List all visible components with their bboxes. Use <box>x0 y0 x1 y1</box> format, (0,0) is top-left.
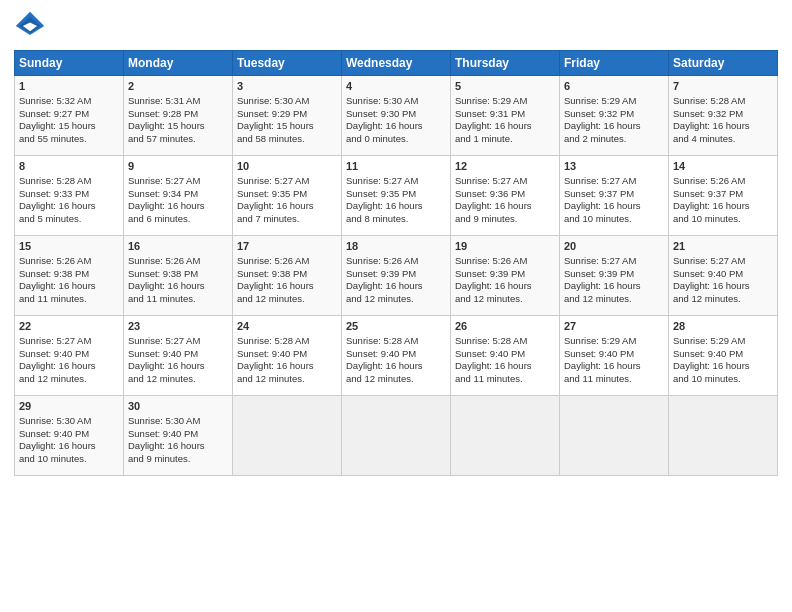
day-info-line: Sunset: 9:40 PM <box>564 348 664 361</box>
calendar-day-header: Monday <box>124 51 233 76</box>
day-info-line: Sunset: 9:40 PM <box>19 428 119 441</box>
day-info-line: Sunset: 9:35 PM <box>237 188 337 201</box>
day-info-line: Daylight: 16 hours <box>564 120 664 133</box>
day-info-line: and 10 minutes. <box>564 213 664 226</box>
day-info-line: Sunrise: 5:30 AM <box>346 95 446 108</box>
calendar-cell <box>451 396 560 476</box>
day-info-line: Sunrise: 5:27 AM <box>128 175 228 188</box>
calendar-cell <box>233 396 342 476</box>
day-info-line: Daylight: 16 hours <box>564 280 664 293</box>
day-info-line: and 12 minutes. <box>673 293 773 306</box>
day-info-line: Daylight: 16 hours <box>128 200 228 213</box>
calendar-cell: 25Sunrise: 5:28 AMSunset: 9:40 PMDayligh… <box>342 316 451 396</box>
calendar-cell: 16Sunrise: 5:26 AMSunset: 9:38 PMDayligh… <box>124 236 233 316</box>
day-info-line: Sunset: 9:39 PM <box>455 268 555 281</box>
calendar-cell: 23Sunrise: 5:27 AMSunset: 9:40 PMDayligh… <box>124 316 233 396</box>
day-number: 17 <box>237 239 337 254</box>
day-info-line: Sunset: 9:35 PM <box>346 188 446 201</box>
day-info-line: Daylight: 16 hours <box>19 440 119 453</box>
day-info-line: and 12 minutes. <box>346 373 446 386</box>
day-info-line: Daylight: 16 hours <box>128 360 228 373</box>
logo-icon <box>14 10 46 42</box>
day-info-line: and 9 minutes. <box>455 213 555 226</box>
day-info-line: Daylight: 16 hours <box>673 200 773 213</box>
day-info-line: Sunset: 9:40 PM <box>673 268 773 281</box>
day-info-line: Daylight: 15 hours <box>128 120 228 133</box>
day-info-line: and 10 minutes. <box>673 373 773 386</box>
day-number: 29 <box>19 399 119 414</box>
day-info-line: Daylight: 16 hours <box>237 200 337 213</box>
day-info-line: Sunrise: 5:27 AM <box>455 175 555 188</box>
day-number: 16 <box>128 239 228 254</box>
day-info-line: and 12 minutes. <box>237 373 337 386</box>
day-info-line: Sunset: 9:33 PM <box>19 188 119 201</box>
day-info-line: and 55 minutes. <box>19 133 119 146</box>
day-info-line: and 12 minutes. <box>564 293 664 306</box>
day-info-line: and 12 minutes. <box>455 293 555 306</box>
day-number: 26 <box>455 319 555 334</box>
day-info-line: Sunset: 9:38 PM <box>128 268 228 281</box>
day-number: 2 <box>128 79 228 94</box>
day-number: 9 <box>128 159 228 174</box>
calendar-cell <box>560 396 669 476</box>
day-info-line: Sunrise: 5:32 AM <box>19 95 119 108</box>
day-info-line: Sunset: 9:38 PM <box>237 268 337 281</box>
day-info-line: Sunset: 9:32 PM <box>564 108 664 121</box>
calendar-cell: 21Sunrise: 5:27 AMSunset: 9:40 PMDayligh… <box>669 236 778 316</box>
day-info-line: Sunset: 9:40 PM <box>455 348 555 361</box>
day-info-line: Sunrise: 5:26 AM <box>19 255 119 268</box>
day-info-line: Sunrise: 5:26 AM <box>455 255 555 268</box>
calendar-cell: 19Sunrise: 5:26 AMSunset: 9:39 PMDayligh… <box>451 236 560 316</box>
day-info-line: and 4 minutes. <box>673 133 773 146</box>
day-number: 18 <box>346 239 446 254</box>
day-info-line: Sunrise: 5:29 AM <box>564 95 664 108</box>
calendar-day-header: Tuesday <box>233 51 342 76</box>
logo <box>14 10 50 42</box>
day-info-line: Sunset: 9:40 PM <box>346 348 446 361</box>
day-info-line: and 5 minutes. <box>19 213 119 226</box>
calendar-cell: 28Sunrise: 5:29 AMSunset: 9:40 PMDayligh… <box>669 316 778 396</box>
day-info-line: Sunset: 9:40 PM <box>237 348 337 361</box>
calendar-cell <box>342 396 451 476</box>
day-info-line: Sunrise: 5:27 AM <box>19 335 119 348</box>
day-number: 21 <box>673 239 773 254</box>
day-info-line: Sunset: 9:40 PM <box>128 348 228 361</box>
day-info-line: Daylight: 16 hours <box>346 280 446 293</box>
calendar-day-header: Saturday <box>669 51 778 76</box>
calendar-week-row: 22Sunrise: 5:27 AMSunset: 9:40 PMDayligh… <box>15 316 778 396</box>
calendar-cell: 30Sunrise: 5:30 AMSunset: 9:40 PMDayligh… <box>124 396 233 476</box>
day-number: 13 <box>564 159 664 174</box>
calendar-cell: 29Sunrise: 5:30 AMSunset: 9:40 PMDayligh… <box>15 396 124 476</box>
calendar-day-header: Wednesday <box>342 51 451 76</box>
day-info-line: Daylight: 16 hours <box>237 280 337 293</box>
day-info-line: Daylight: 16 hours <box>19 200 119 213</box>
day-info-line: Sunrise: 5:26 AM <box>346 255 446 268</box>
day-info-line: and 8 minutes. <box>346 213 446 226</box>
calendar-cell: 3Sunrise: 5:30 AMSunset: 9:29 PMDaylight… <box>233 76 342 156</box>
day-info-line: Sunrise: 5:31 AM <box>128 95 228 108</box>
day-info-line: Daylight: 16 hours <box>673 120 773 133</box>
day-info-line: Sunrise: 5:28 AM <box>19 175 119 188</box>
day-info-line: Sunrise: 5:27 AM <box>128 335 228 348</box>
calendar-cell: 24Sunrise: 5:28 AMSunset: 9:40 PMDayligh… <box>233 316 342 396</box>
day-info-line: and 2 minutes. <box>564 133 664 146</box>
calendar-cell <box>669 396 778 476</box>
day-number: 19 <box>455 239 555 254</box>
day-info-line: Daylight: 16 hours <box>128 440 228 453</box>
day-number: 24 <box>237 319 337 334</box>
day-info-line: and 12 minutes. <box>346 293 446 306</box>
day-info-line: Daylight: 16 hours <box>346 200 446 213</box>
day-info-line: Sunrise: 5:28 AM <box>455 335 555 348</box>
day-info-line: and 57 minutes. <box>128 133 228 146</box>
calendar-cell: 7Sunrise: 5:28 AMSunset: 9:32 PMDaylight… <box>669 76 778 156</box>
calendar-cell: 27Sunrise: 5:29 AMSunset: 9:40 PMDayligh… <box>560 316 669 396</box>
day-number: 3 <box>237 79 337 94</box>
day-number: 10 <box>237 159 337 174</box>
day-number: 15 <box>19 239 119 254</box>
day-info-line: Sunset: 9:38 PM <box>19 268 119 281</box>
day-info-line: Daylight: 16 hours <box>564 200 664 213</box>
day-number: 1 <box>19 79 119 94</box>
calendar-cell: 4Sunrise: 5:30 AMSunset: 9:30 PMDaylight… <box>342 76 451 156</box>
day-info-line: Daylight: 16 hours <box>19 280 119 293</box>
day-info-line: and 11 minutes. <box>564 373 664 386</box>
